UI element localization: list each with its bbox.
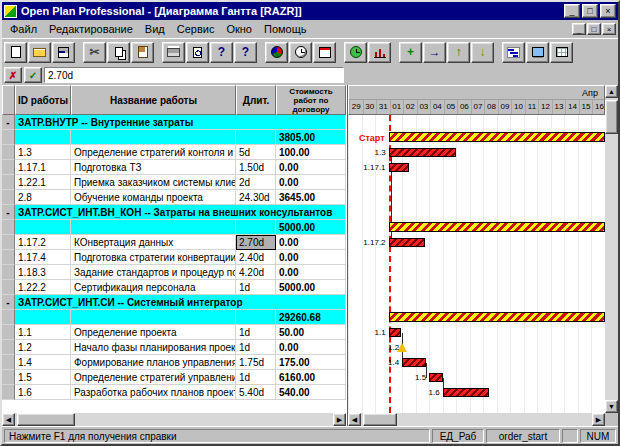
print-button[interactable] <box>162 42 185 63</box>
paste-clipboard-button[interactable] <box>131 42 154 63</box>
task-name-cell[interactable] <box>71 220 236 235</box>
task-id-cell[interactable]: 1.4 <box>15 355 71 370</box>
task-duration-cell[interactable]: 2.40d <box>236 250 276 265</box>
gantt-scroll-right-button[interactable]: ▶ <box>592 413 605 426</box>
task-duration-cell[interactable]: 4.20d <box>236 265 276 280</box>
summary-bar[interactable] <box>389 132 605 142</box>
menu-item[interactable]: Помощь <box>258 21 313 37</box>
task-id-cell[interactable]: 1.5 <box>15 370 71 385</box>
scroll-track[interactable] <box>15 413 333 426</box>
menu-item[interactable]: Файл <box>4 21 43 37</box>
copy-pages-button[interactable] <box>107 42 130 63</box>
view-network-button[interactable] <box>526 42 549 63</box>
add-activity-button[interactable]: + <box>399 42 422 63</box>
task-duration-cell[interactable]: 1d <box>236 340 276 355</box>
pie-chart-button[interactable] <box>265 42 288 63</box>
header-name[interactable]: Название работы <box>71 85 236 115</box>
task-cost-cell[interactable]: 0.00 <box>276 265 346 280</box>
cut-scissors-button[interactable]: ✂ <box>83 42 106 63</box>
task-cost-cell[interactable]: 50.00 <box>276 325 346 340</box>
summary-bar[interactable] <box>389 312 605 322</box>
task-id-cell[interactable]: 2.8 <box>15 190 71 205</box>
v-scroll-track[interactable] <box>605 98 618 400</box>
task-cost-cell[interactable]: 100.00 <box>276 145 346 160</box>
close-button[interactable]: × <box>600 4 616 18</box>
task-duration-cell[interactable]: 1d <box>236 325 276 340</box>
task-duration-cell[interactable] <box>236 310 276 325</box>
gantt-scroll-track[interactable] <box>361 413 592 426</box>
collapse-button[interactable]: - <box>2 205 15 220</box>
menu-item[interactable]: Сервис <box>171 21 221 37</box>
task-cost-cell[interactable]: 540.00 <box>276 385 346 400</box>
header-id[interactable]: ID работы <box>15 85 71 115</box>
v-scroll-thumb[interactable] <box>605 100 618 134</box>
view-gantt-button[interactable] <box>502 42 525 63</box>
task-id-cell[interactable] <box>15 220 71 235</box>
task-name-cell[interactable]: Приемка заказчиком системы клиент <box>71 175 236 190</box>
time-analysis-clock-button[interactable] <box>344 42 367 63</box>
task-bar[interactable] <box>443 388 489 397</box>
move-up-arrow-button[interactable]: ↑ <box>447 42 470 63</box>
task-id-cell[interactable]: 1.2 <box>15 340 71 355</box>
task-duration-cell[interactable] <box>236 220 276 235</box>
menu-item[interactable]: Вид <box>139 21 171 37</box>
mdi-minimize-button[interactable]: _ <box>572 23 586 35</box>
task-id-cell[interactable]: 1.17.1 <box>15 160 71 175</box>
open-folder-button[interactable] <box>28 42 51 63</box>
cancel-edit-button[interactable]: ✗ <box>4 67 22 83</box>
task-duration-cell[interactable]: 1d <box>236 280 276 295</box>
task-cost-cell[interactable]: 0.00 <box>276 340 346 355</box>
task-name-cell[interactable]: КОнвертация данных <box>71 235 236 250</box>
task-name-cell[interactable]: Определение проекта <box>71 325 236 340</box>
header-cost[interactable]: Стоимость работ по договору <box>276 85 346 115</box>
task-id-cell[interactable] <box>15 130 71 145</box>
scroll-up-button[interactable]: ▲ <box>605 85 618 98</box>
mdi-restore-button[interactable]: □ <box>587 23 601 35</box>
view-spreadsheet-button[interactable] <box>550 42 573 63</box>
save-floppy-button[interactable] <box>52 42 75 63</box>
menu-item[interactable]: Редактирование <box>43 21 139 37</box>
task-id-cell[interactable]: 1.3 <box>15 145 71 160</box>
help-button[interactable]: ? <box>210 42 233 63</box>
task-duration-cell[interactable]: 1d <box>236 370 276 385</box>
task-duration-cell[interactable]: 1.75d <box>236 355 276 370</box>
section-title-cell[interactable]: ЗАТР.СИСТ_ИНТ.ВН_КОН -- Затраты на внешн… <box>15 205 346 220</box>
clock-button[interactable] <box>289 42 312 63</box>
task-id-cell[interactable] <box>15 310 71 325</box>
task-id-cell[interactable]: 1.6 <box>15 385 71 400</box>
task-cost-cell[interactable]: 0.00 <box>276 250 346 265</box>
task-bar[interactable] <box>389 238 426 247</box>
task-name-cell[interactable]: Разработка рабочих планов проекта <box>71 385 236 400</box>
task-cost-cell[interactable]: 5000.00 <box>276 220 346 235</box>
task-name-cell[interactable]: Подготовка стратегии конвертации <box>71 250 236 265</box>
minimize-button[interactable]: _ <box>564 4 580 18</box>
scroll-left-button[interactable]: ◀ <box>2 413 15 426</box>
gantt-h-scrollbar[interactable]: ◀ ▶ <box>348 413 605 426</box>
task-cost-cell[interactable]: 0.00 <box>276 160 346 175</box>
task-id-cell[interactable]: 1.22.1 <box>15 175 71 190</box>
task-name-cell[interactable]: Подготовка ТЗ <box>71 160 236 175</box>
task-id-cell[interactable]: 1.1 <box>15 325 71 340</box>
gantt-v-scrollbar[interactable]: ▲ ▼ <box>605 85 618 413</box>
task-name-cell[interactable]: Обучение команды проекта <box>71 190 236 205</box>
gantt-scroll-thumb[interactable] <box>363 413 397 426</box>
task-name-cell[interactable]: Определение стратегий контоля и отч <box>71 145 236 160</box>
task-name-cell[interactable]: Формирование планов управления <box>71 355 236 370</box>
menu-item[interactable]: Окно <box>220 21 258 37</box>
maximize-button[interactable]: □ <box>582 4 598 18</box>
header-duration[interactable]: Длит. <box>236 85 276 115</box>
task-bar[interactable] <box>389 148 457 157</box>
section-title-cell[interactable]: ЗАТР.ВНУТР -- Внутренние затраты <box>15 115 346 130</box>
task-duration-cell[interactable] <box>236 130 276 145</box>
task-name-cell[interactable]: Сертификация персонала <box>71 280 236 295</box>
task-name-cell[interactable] <box>71 310 236 325</box>
context-help-button[interactable]: ? <box>234 42 257 63</box>
task-bar[interactable] <box>389 328 401 337</box>
task-name-cell[interactable] <box>71 130 236 145</box>
section-title-cell[interactable]: ЗАТР.СИСТ_ИНТ.СИ -- Системный интегратор <box>15 295 346 310</box>
task-duration-cell[interactable]: 1.50d <box>236 160 276 175</box>
task-cost-cell[interactable]: 0.00 <box>276 235 346 250</box>
task-duration-cell[interactable]: 24.30d <box>236 190 276 205</box>
scroll-right-button[interactable]: ▶ <box>333 413 346 426</box>
task-cost-cell[interactable]: 3645.00 <box>276 190 346 205</box>
